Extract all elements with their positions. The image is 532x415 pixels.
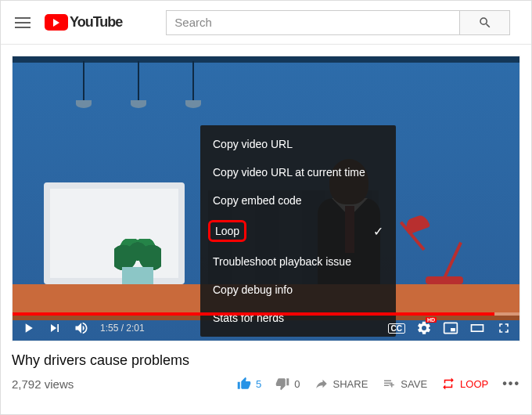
menu-icon[interactable]	[13, 13, 32, 32]
ctx-label: Copy video URL	[213, 138, 293, 150]
checkmark-icon: ✓	[373, 224, 383, 239]
share-button[interactable]: SHARE	[315, 377, 368, 391]
youtube-logo[interactable]: YouTube	[45, 14, 122, 31]
ctx-troubleshoot[interactable]: Troubleshoot playback issue	[200, 247, 396, 276]
svg-rect-0	[472, 325, 483, 331]
video-title: Why drivers cause problems	[12, 352, 520, 369]
context-menu: Copy video URL Copy video URL at current…	[200, 125, 396, 337]
thumb-down-icon	[275, 377, 289, 391]
dislike-button[interactable]: 0	[275, 377, 300, 391]
ctx-copy-video-url-time[interactable]: Copy video URL at current time	[200, 158, 396, 186]
dislike-count: 0	[294, 378, 300, 390]
meta-row: 2,792 views 5 0 SHARE SAVE LOOP ••	[12, 377, 520, 391]
search-input[interactable]	[166, 10, 460, 35]
cc-button[interactable]: CC	[388, 323, 405, 334]
play-logo-icon	[45, 14, 68, 31]
view-count: 2,792 views	[12, 377, 74, 391]
content-area: Copy video URL Copy video URL at current…	[1, 45, 531, 402]
save-button[interactable]: SAVE	[382, 377, 427, 391]
share-label: SHARE	[333, 378, 368, 390]
loop-label: LOOP	[460, 378, 488, 390]
like-count: 5	[256, 378, 261, 390]
ctx-label: Loop	[215, 225, 239, 237]
next-icon[interactable]	[47, 320, 63, 336]
volume-icon[interactable]	[74, 320, 89, 336]
time-display: 1:55 / 2:01	[100, 323, 145, 334]
ctx-copy-debug[interactable]: Copy debug info	[200, 276, 396, 304]
loop-icon	[441, 377, 455, 391]
ctx-loop[interactable]: Loop ✓	[200, 215, 396, 247]
save-icon	[382, 377, 396, 391]
play-icon[interactable]	[20, 320, 36, 336]
top-header: YouTube	[1, 1, 531, 45]
more-actions-button[interactable]: •••	[502, 377, 520, 391]
hd-badge: HD	[426, 317, 437, 323]
player-controls: 1:55 / 2:01 CC HD	[13, 316, 519, 341]
share-icon	[315, 377, 329, 391]
thumb-up-icon	[237, 377, 251, 391]
theater-icon[interactable]	[469, 320, 485, 336]
action-bar: 5 0 SHARE SAVE LOOP •••	[237, 377, 520, 391]
ctx-label: Troubleshoot playback issue	[213, 255, 351, 268]
ctx-label: Copy video URL at current time	[213, 166, 365, 179]
fullscreen-icon[interactable]	[496, 320, 512, 336]
miniplayer-icon[interactable]	[443, 320, 458, 336]
search-icon	[478, 16, 492, 30]
ctx-label: Copy embed code	[213, 194, 302, 207]
search-form	[166, 10, 510, 35]
ctx-label-highlight: Loop	[208, 220, 246, 242]
ctx-copy-embed[interactable]: Copy embed code	[200, 186, 396, 215]
video-player[interactable]: Copy video URL Copy video URL at current…	[12, 56, 520, 341]
brand-text: YouTube	[70, 14, 122, 31]
ctx-label: Copy debug info	[213, 283, 293, 296]
ctx-copy-video-url[interactable]: Copy video URL	[200, 130, 396, 158]
loop-button[interactable]: LOOP	[441, 377, 488, 391]
settings-icon[interactable]: HD	[416, 320, 432, 336]
search-button[interactable]	[460, 10, 510, 35]
save-label: SAVE	[401, 378, 427, 390]
like-button[interactable]: 5	[237, 377, 261, 391]
